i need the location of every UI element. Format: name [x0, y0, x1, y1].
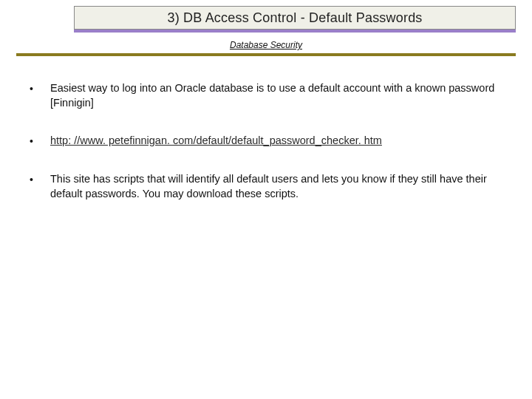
title-underline-bar [74, 30, 516, 33]
slide-title: 3) DB Access Control - Default Passwords [167, 10, 422, 26]
bullet-item: • http: //www. petefinnigan. com/default… [30, 134, 510, 149]
slide-content: • Easiest way to log into an Oracle data… [30, 81, 510, 225]
bullet-link[interactable]: http: //www. petefinnigan. com/default/d… [50, 134, 510, 149]
divider-bar [16, 53, 516, 56]
bullet-marker: • [30, 81, 50, 96]
link-text[interactable]: http: //www. petefinnigan. com/default/d… [50, 134, 382, 146]
bullet-text: Easiest way to log into an Oracle databa… [50, 81, 510, 110]
bullet-marker: • [30, 172, 50, 187]
bullet-text: This site has scripts that will identify… [50, 172, 510, 201]
bullet-item: • Easiest way to log into an Oracle data… [30, 81, 510, 110]
slide-title-band: 3) DB Access Control - Default Passwords [74, 6, 516, 30]
bullet-marker: • [30, 134, 50, 149]
bullet-item: • This site has scripts that will identi… [30, 172, 510, 201]
slide-subtitle: Database Security [0, 40, 532, 50]
